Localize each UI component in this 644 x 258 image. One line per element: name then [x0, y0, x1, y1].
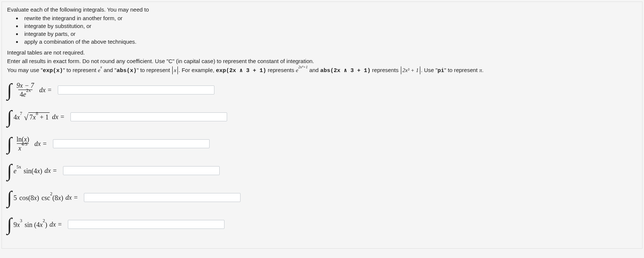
integral-sign-icon: ∫	[7, 108, 12, 126]
integral-sign-icon: ∫	[7, 189, 12, 206]
text: . Use "	[421, 67, 438, 73]
integral-problem-3: ∫ ln(x) x4/5 dx =	[7, 135, 635, 153]
text: " to represent	[63, 67, 98, 73]
text: You may use "	[7, 67, 43, 73]
problems-block: ∫ 9x − 7 4e2x dx = ∫ 4x7 √ 7x8 + 1 dx =	[7, 81, 635, 233]
numerator: 9x − 7	[15, 82, 35, 90]
integral-problem-2: ∫ 4x7 √ 7x8 + 1 dx =	[7, 108, 635, 126]
integrand: 4x7 √ 7x8 + 1	[13, 112, 50, 122]
dx-label: dx =	[34, 140, 47, 148]
fraction: 9x − 7 4e2x	[15, 82, 35, 99]
code-text: abs(x)	[116, 68, 136, 74]
code-text: exp(x)	[43, 68, 63, 74]
answer-input-2[interactable]	[70, 112, 227, 121]
math-text: e2x³+1	[296, 67, 308, 73]
list-item: rewrite the integrand in another form, o…	[22, 15, 635, 21]
answer-input-3[interactable]	[53, 139, 210, 148]
list-item: integrate by parts, or	[22, 31, 635, 37]
integral-problem-4: ∫ e5x sin(4x) dx =	[7, 162, 635, 180]
code-text: abs(2x ∧ 3 + 1)	[320, 68, 371, 74]
abs-math: 2x³ + 1	[401, 66, 420, 74]
text: . For example,	[179, 67, 216, 73]
answer-input-5[interactable]	[84, 193, 241, 202]
math-text: ex	[98, 67, 102, 73]
denominator: 4e2x	[18, 90, 32, 99]
note-text: Integral tables are not required.	[7, 49, 635, 56]
answer-input-6[interactable]	[68, 220, 224, 229]
syntax-help: You may use "exp(x)" to represent ex and…	[7, 66, 635, 74]
text: .	[482, 67, 483, 73]
dx-label: dx =	[65, 194, 78, 202]
integral-problem-5: ∫ 5 cos(8x) csc2(8x) dx =	[7, 189, 635, 206]
text: " to represent	[136, 67, 172, 73]
integral-sign-icon: ∫	[7, 81, 12, 99]
question-panel: Evaluate each of the following integrals…	[1, 1, 643, 249]
integrand: 9x3 sin (4x2)	[13, 220, 47, 229]
techniques-list: rewrite the integrand in another form, o…	[7, 15, 635, 45]
integral-sign-icon: ∫	[7, 135, 12, 153]
list-item: integrate by substitution, or	[22, 23, 635, 29]
abs-math: x	[172, 66, 178, 74]
text: and	[308, 67, 320, 73]
integral-problem-1: ∫ 9x − 7 4e2x dx =	[7, 81, 635, 99]
intro-text: Evaluate each of the following integrals…	[7, 6, 635, 13]
instructions-block: Evaluate each of the following integrals…	[7, 6, 635, 74]
denominator: x4/5	[17, 143, 29, 152]
integral-sign-icon: ∫	[7, 215, 12, 233]
code-text: exp(2x ∧ 3 + 1)	[216, 68, 266, 74]
dx-label: dx =	[50, 221, 62, 229]
exact-form-text: Enter all results in exact form. Do not …	[7, 58, 635, 64]
integral-problem-6: ∫ 9x3 sin (4x2) dx =	[7, 215, 635, 233]
integrand: e5x sin(4x)	[13, 167, 42, 175]
integrand: 5 cos(8x) csc2(8x)	[13, 193, 63, 202]
integral-sign-icon: ∫	[7, 162, 12, 180]
dx-label: dx =	[52, 113, 65, 121]
dx-label: dx =	[44, 167, 57, 175]
text: and "	[102, 67, 117, 73]
text: represents	[371, 67, 400, 73]
text: " to represent	[444, 67, 479, 73]
list-item: apply a combination of the above techniq…	[22, 38, 635, 45]
fraction: ln(x) x4/5	[15, 136, 31, 152]
code-text: pi	[437, 68, 444, 74]
answer-input-1[interactable]	[58, 86, 214, 94]
dx-label: dx =	[39, 86, 52, 94]
answer-input-4[interactable]	[63, 166, 220, 175]
text: represents	[266, 67, 296, 73]
